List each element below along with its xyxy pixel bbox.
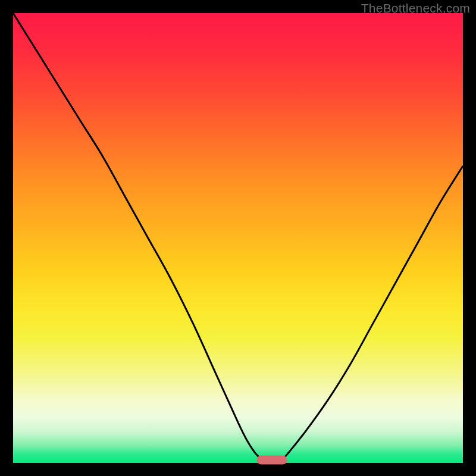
watermark-text: TheBottleneck.com bbox=[361, 1, 470, 15]
optimal-marker bbox=[256, 455, 287, 464]
plot-area bbox=[13, 13, 463, 463]
curve-path bbox=[13, 13, 463, 463]
bottleneck-curve bbox=[13, 13, 463, 463]
chart-frame: TheBottleneck.com bbox=[0, 0, 476, 476]
